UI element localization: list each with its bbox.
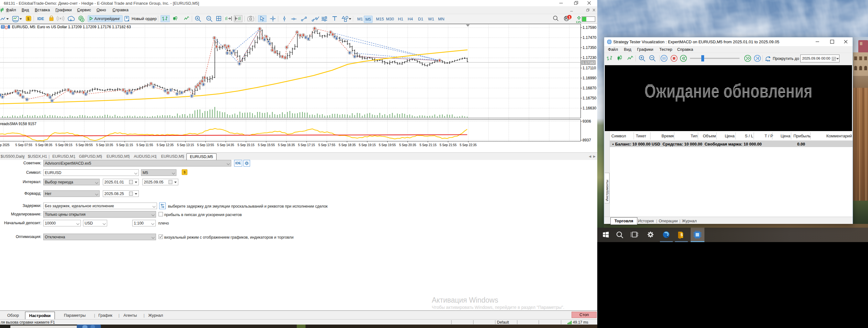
svg-text:5 Sep 13:15: 5 Sep 13:15 bbox=[177, 143, 194, 147]
svg-text:5 Sep 19:55: 5 Sep 19:55 bbox=[379, 143, 396, 147]
svg-text:1.17350: 1.17350 bbox=[583, 46, 596, 50]
svg-text:5 Sep 12:35: 5 Sep 12:35 bbox=[157, 143, 174, 147]
svg-text:5: 5 bbox=[681, 233, 683, 237]
svg-text:5 Sep 18:35: 5 Sep 18:35 bbox=[339, 143, 356, 147]
svg-text:Новый ордер: Новый ордер bbox=[132, 16, 157, 21]
svg-text:1.16990: 1.16990 bbox=[583, 76, 596, 80]
svg-text:1: 1 bbox=[569, 16, 570, 19]
svg-text:9306: 9306 bbox=[583, 119, 591, 124]
svg-text:5 Sep 07:55: 5 Sep 07:55 bbox=[16, 143, 32, 147]
svg-text:5 Sep 11:55: 5 Sep 11:55 bbox=[136, 143, 153, 147]
svg-text:1.17590: 1.17590 bbox=[583, 25, 596, 30]
svg-text:1.16870: 1.16870 bbox=[583, 86, 596, 90]
svg-text:5 Sep 16:35: 5 Sep 16:35 bbox=[278, 143, 295, 147]
svg-text:preadsSMA 9158 9157: preadsSMA 9158 9157 bbox=[0, 122, 36, 126]
svg-text:1.16750: 1.16750 bbox=[583, 96, 596, 100]
svg-text:5 Sep 10:35: 5 Sep 10:35 bbox=[96, 143, 113, 147]
svg-text:5 Sep 15:15: 5 Sep 15:15 bbox=[238, 143, 254, 147]
svg-text:5 Sep 21:15: 5 Sep 21:15 bbox=[420, 143, 436, 147]
svg-text:1.17182: 1.17182 bbox=[582, 61, 595, 65]
svg-text:5 Sep 11:15: 5 Sep 11:15 bbox=[116, 143, 133, 147]
svg-text:1.17110: 1.17110 bbox=[583, 66, 596, 70]
svg-text:Sep 2025: Sep 2025 bbox=[0, 143, 10, 147]
svg-text:5 Sep 14:35: 5 Sep 14:35 bbox=[217, 143, 234, 147]
svg-text:5 Sep 19:15: 5 Sep 19:15 bbox=[359, 143, 376, 147]
svg-text:1.16630: 1.16630 bbox=[583, 106, 596, 110]
svg-text:1.17470: 1.17470 bbox=[583, 35, 596, 40]
svg-text:Алготрейдинг: Алготрейдинг bbox=[94, 16, 120, 21]
svg-text:5 Sep 13:55: 5 Sep 13:55 bbox=[197, 143, 214, 147]
svg-text:5 Sep 17:15: 5 Sep 17:15 bbox=[298, 143, 315, 147]
svg-text:8937: 8937 bbox=[583, 138, 591, 142]
svg-text:5 Sep 21:55: 5 Sep 21:55 bbox=[440, 143, 457, 147]
svg-text:1.17230: 1.17230 bbox=[583, 56, 596, 60]
svg-text:5 Sep 09:15: 5 Sep 09:15 bbox=[56, 143, 72, 147]
svg-text:5 Sep 17:55: 5 Sep 17:55 bbox=[318, 143, 335, 147]
svg-text:IDE: IDE bbox=[37, 16, 44, 21]
svg-text:5 Sep 22:35: 5 Sep 22:35 bbox=[460, 143, 476, 147]
svg-text:5 Sep 15:55: 5 Sep 15:55 bbox=[258, 143, 275, 147]
svg-text:5 Sep 09:55: 5 Sep 09:55 bbox=[76, 143, 93, 147]
svg-text:5 Sep 08:35: 5 Sep 08:35 bbox=[35, 143, 52, 147]
svg-text:EURUSD, M5: Euro vs US Dollar: EURUSD, M5: Euro vs US Dollar 1.17209 1.… bbox=[12, 25, 131, 29]
svg-text:5 Sep 20:35: 5 Sep 20:35 bbox=[399, 143, 416, 147]
svg-text:$: $ bbox=[27, 17, 29, 21]
